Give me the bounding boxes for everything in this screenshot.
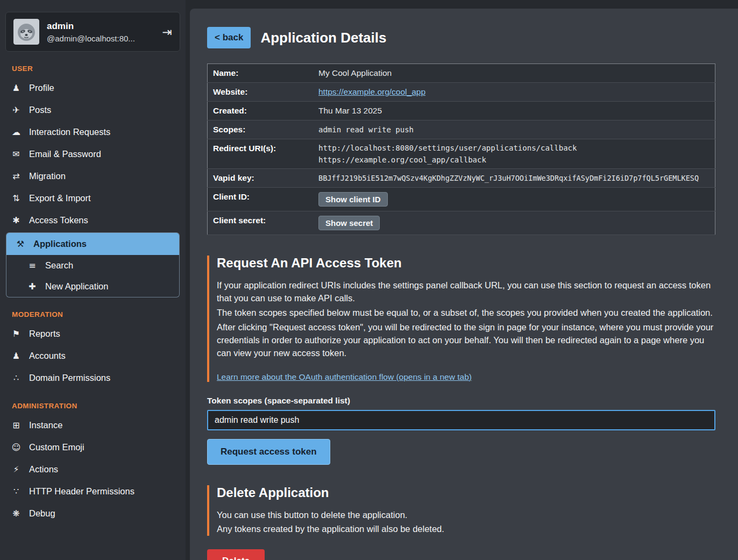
row-label: Client secret: — [208, 211, 314, 235]
tools-icon: ⚒ — [15, 239, 26, 249]
sidebar-item-reports[interactable]: ⚑ Reports — [0, 323, 186, 345]
share-nodes-icon: ∴ — [11, 373, 22, 383]
token-scopes-input[interactable] — [207, 410, 715, 430]
table-row-name: Name: My Cool Application — [208, 64, 715, 83]
paper-plane-icon: ✈ — [11, 105, 22, 115]
request-access-token-button[interactable]: Request access token — [207, 439, 330, 465]
sidebar-item-http-header-permissions[interactable]: ∵ HTTP Header Permissions — [0, 480, 186, 502]
sidebar-item-label: Access Tokens — [29, 215, 88, 225]
sidebar-item-label: Debug — [29, 508, 55, 519]
avatar — [13, 19, 39, 45]
delete-button[interactable]: Delete — [207, 549, 265, 560]
redirect-uri: http://localhost:8080/settings/user/appl… — [318, 144, 709, 152]
sidebar-item-profile[interactable]: ♟ Profile — [0, 77, 186, 99]
sidebar-item-posts[interactable]: ✈ Posts — [0, 99, 186, 121]
table-row-client-id: Client ID: Show client ID — [208, 188, 715, 211]
user-card[interactable]: admin @admin@localhost:80... ⇥ — [5, 12, 180, 52]
sidebar-item-label: Instance — [29, 420, 62, 430]
sidebar-item-migration[interactable]: ⇄ Migration — [0, 165, 186, 187]
sidebar-item-label: New Application — [45, 281, 108, 292]
user-meta: admin @admin@localhost:80... — [47, 21, 135, 43]
sidebar-item-accounts[interactable]: ♟ Accounts — [0, 345, 186, 367]
paragraph: You can use this button to delete the ap… — [217, 509, 715, 522]
row-label: Scopes: — [208, 120, 314, 139]
sidebar-item-applications[interactable]: ⚒ Applications — [6, 233, 179, 255]
sidebar-item-label: Migration — [29, 171, 66, 181]
row-label: Vapid key: — [208, 169, 314, 188]
paragraph: If your application redirect URIs includ… — [217, 279, 715, 305]
row-label: Website: — [208, 83, 314, 102]
row-label: Redirect URI(s): — [208, 139, 314, 169]
row-value: Thu Mar 13 2025 — [313, 102, 715, 120]
main-panel: < back Application Details Name: My Cool… — [190, 9, 738, 560]
sidebar-item-instance[interactable]: ⊞ Instance — [0, 414, 186, 436]
row-label: Created: — [208, 102, 314, 120]
table-row-client-secret: Client secret: Show secret — [208, 211, 715, 235]
row-value: admin read write push — [313, 120, 715, 139]
sidebar-item-custom-emoji[interactable]: ☺ Custom Emoji — [0, 436, 186, 458]
sidebar-item-access-tokens[interactable]: ✱ Access Tokens — [0, 209, 186, 231]
table-row-redirect-uris: Redirect URI(s): http://localhost:8080/s… — [208, 139, 715, 169]
sidebar-item-label: Applications — [33, 239, 87, 249]
show-secret-button[interactable]: Show secret — [318, 216, 380, 230]
row-label: Name: — [208, 64, 314, 83]
token-scopes-label: Token scopes (space-separated list) — [207, 396, 715, 406]
bug-icon: ❋ — [11, 508, 22, 519]
paragraph: After clicking "Request access token", y… — [217, 321, 715, 360]
settings-sidebar: admin @admin@localhost:80... ⇥ USER ♟ Pr… — [0, 0, 186, 560]
row-value: https://example.org/cool_app — [313, 83, 715, 102]
logout-icon[interactable]: ⇥ — [162, 25, 172, 39]
asterisk-icon: ✱ — [11, 215, 22, 225]
row-value: Show secret — [313, 211, 715, 235]
delete-application-title: Delete Application — [217, 485, 715, 500]
sidebar-item-new-application[interactable]: ✚ New Application — [6, 276, 179, 297]
bolt-icon: ⚡ — [11, 464, 22, 474]
paragraph: Any tokens created by the application wi… — [217, 523, 715, 536]
sidebar-item-actions[interactable]: ⚡ Actions — [0, 458, 186, 480]
application-details-table: Name: My Cool Application Website: https… — [207, 63, 715, 235]
sloth-avatar-image — [13, 19, 39, 45]
website-link[interactable]: https://example.org/cool_app — [318, 87, 425, 96]
sidebar-item-label: Email & Password — [29, 149, 101, 159]
user-handle: @admin@localhost:80... — [47, 34, 135, 43]
row-value: http://localhost:8080/settings/user/appl… — [313, 139, 715, 169]
list-icon: ≡ — [27, 260, 38, 271]
user-icon: ♟ — [11, 83, 22, 93]
table-row-scopes: Scopes: admin read write push — [208, 120, 715, 139]
sidebar-item-label: HTTP Header Permissions — [29, 486, 134, 497]
sitemap-icon: ⊞ — [11, 420, 22, 430]
envelope-icon: ✉ — [11, 149, 22, 159]
sidebar-applications-block: ⚒ Applications ≡ Search ✚ New Applicatio… — [6, 232, 180, 297]
sidebar-item-domain-permissions[interactable]: ∴ Domain Permissions — [0, 367, 186, 389]
row-value: My Cool Application — [313, 64, 715, 83]
sidebar-item-label: Search — [45, 260, 73, 271]
request-token-text-block: Request An API Access Token If your appl… — [207, 256, 715, 382]
sidebar-item-debug[interactable]: ❋ Debug — [0, 502, 186, 524]
exchange-icon: ⇄ — [11, 171, 22, 181]
request-token-section: Request An API Access Token If your appl… — [207, 256, 715, 465]
sidebar-item-export-import[interactable]: ⇅ Export & Import — [0, 187, 186, 209]
flag-icon: ⚑ — [11, 329, 22, 339]
sidebar-section-user: USER — [12, 65, 186, 73]
redirect-uri: https://example.org/cool_app/callback — [318, 155, 709, 164]
sidebar-section-moderation: MODERATION — [12, 310, 186, 318]
smiley-icon: ☺ — [11, 442, 22, 452]
delete-application-text-block: Delete Application You can use this butt… — [207, 485, 715, 536]
show-client-id-button[interactable]: Show client ID — [318, 192, 388, 207]
oauth-docs-link[interactable]: Learn more about the OAuth authenticatio… — [217, 372, 472, 382]
request-token-title: Request An API Access Token — [217, 256, 715, 271]
row-value: Show client ID — [313, 188, 715, 211]
request-token-description: If your application redirect URIs includ… — [217, 279, 715, 360]
sidebar-item-email-password[interactable]: ✉ Email & Password — [0, 143, 186, 165]
delete-application-section: Delete Application You can use this butt… — [207, 485, 715, 560]
table-row-created: Created: Thu Mar 13 2025 — [208, 102, 715, 120]
sidebar-item-interaction-requests[interactable]: ☁ Interaction Requests — [0, 121, 186, 143]
sidebar-item-label: Export & Import — [29, 193, 91, 203]
sidebar-item-applications-search[interactable]: ≡ Search — [6, 255, 179, 276]
delete-application-description: You can use this button to delete the ap… — [217, 509, 715, 536]
row-value: BBJffJ219b5iE512m7wQSzv4KgKDhgZZVzNyWC_r… — [313, 169, 715, 188]
users-icon: ♟ — [11, 351, 22, 361]
page-title: Application Details — [260, 30, 386, 46]
back-button[interactable]: < back — [207, 27, 251, 48]
sidebar-item-label: Posts — [29, 105, 51, 115]
